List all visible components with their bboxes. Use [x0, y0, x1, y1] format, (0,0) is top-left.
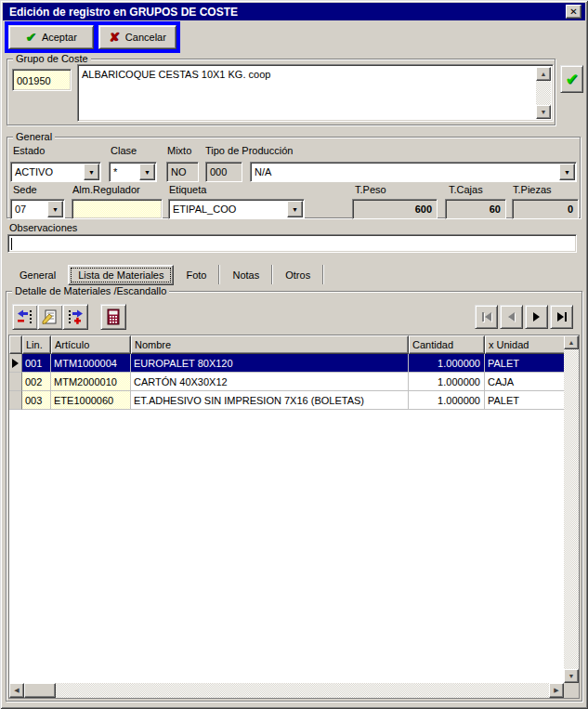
tab-foto[interactable]: Foto — [174, 267, 218, 283]
column-header-articulo[interactable]: Artículo — [51, 335, 131, 354]
edit-line-button[interactable] — [37, 304, 63, 330]
accept-label: Aceptar — [42, 32, 77, 43]
materials-grid: Lin. Artículo Nombre Cantidad x Unidad 0… — [8, 335, 580, 699]
remove-line-button[interactable] — [12, 304, 38, 330]
accept-button[interactable]: ✔ Aceptar — [8, 25, 94, 49]
tipo-produccion-combo[interactable]: N/A ▼ — [250, 162, 577, 182]
observaciones-label: Observaciones — [9, 222, 77, 233]
table-row[interactable]: 001MTM1000004EUROPALET 80X1201.000000PAL… — [9, 354, 579, 373]
chevron-down-icon[interactable]: ▼ — [287, 201, 303, 217]
cell-articulo[interactable]: MTM1000004 — [51, 354, 131, 373]
memo-scroll-track[interactable] — [536, 81, 551, 105]
clase-combo[interactable]: * ▼ — [109, 162, 157, 182]
cell-nombre[interactable]: EUROPALET 80X120 — [131, 354, 409, 373]
first-record-button[interactable] — [475, 305, 498, 329]
alm-regulador-value — [72, 200, 162, 204]
prev-record-button[interactable] — [500, 305, 523, 329]
grupo-coste-code: 001950 — [13, 70, 71, 86]
cell-lin[interactable]: 002 — [22, 373, 51, 391]
general-groupbox: General Estado ACTIVO ▼ Clase * ▼ Mixto … — [7, 137, 581, 218]
table-row[interactable]: 003ETE1000060ET.ADHESIVO SIN IMPRESION 7… — [9, 391, 579, 410]
close-button[interactable]: ✕ — [566, 5, 581, 19]
estado-combo[interactable]: ACTIVO ▼ — [10, 162, 101, 182]
row-indicator — [9, 373, 22, 391]
indicator-column-header — [9, 335, 22, 354]
title-bar[interactable]: Edición de registro en GRUPOS DE COSTE ✕ — [3, 3, 585, 20]
tab-general[interactable]: General — [7, 267, 68, 283]
last-record-icon — [557, 312, 564, 322]
window-title: Edición de registro en GRUPOS DE COSTE — [7, 6, 566, 19]
chevron-down-icon[interactable]: ▼ — [47, 201, 63, 217]
cancel-label: Cancelar — [125, 32, 166, 43]
t-cajas-field: 60 — [445, 199, 506, 219]
cell-articulo[interactable]: ETE1000060 — [51, 391, 131, 410]
cancel-button[interactable]: ✘ Cancelar — [98, 25, 176, 49]
action-toolbar: ✔ Aceptar ✘ Cancelar — [5, 21, 180, 53]
t-piezas-field: 0 — [512, 199, 579, 219]
etiqueta-combo[interactable]: ETIPAL_COO ▼ — [168, 199, 305, 219]
chevron-down-icon[interactable]: ▼ — [559, 164, 575, 180]
grupo-coste-description: ALBARICOQUE CESTAS 10X1 KG. coop — [78, 65, 553, 80]
sede-combo[interactable]: 07 ▼ — [10, 199, 65, 219]
table-row[interactable]: 002MTM2000010CARTÓN 40X30X121.000000CAJA — [9, 373, 579, 391]
column-header-cantidad[interactable]: Cantidad — [409, 335, 485, 354]
column-header-unidad[interactable]: x Unidad — [485, 335, 566, 354]
last-record-button[interactable] — [550, 305, 573, 329]
grupo-coste-legend: Grupo de Coste — [13, 53, 91, 64]
chevron-down-icon[interactable]: ▼ — [84, 164, 99, 180]
tab-strip: GeneralLista de MaterialesFotoNotasOtros — [7, 263, 581, 286]
cell-unidad[interactable]: CAJA — [485, 373, 566, 391]
next-record-button[interactable] — [525, 305, 548, 329]
next-record-icon — [533, 312, 540, 322]
tab-notas[interactable]: Notas — [220, 267, 271, 283]
grid-vertical-scrollbar[interactable]: ▲ ▼ — [564, 335, 579, 683]
tab-otros[interactable]: Otros — [273, 267, 322, 283]
cell-nombre[interactable]: CARTÓN 40X30X12 — [131, 373, 409, 391]
alm-regulador-field[interactable] — [72, 199, 163, 219]
text-caret — [11, 238, 12, 250]
confirm-group-button[interactable]: ✔ — [560, 65, 583, 93]
scroll-up-icon[interactable]: ▲ — [536, 67, 551, 81]
mixto-field: NO — [166, 162, 199, 182]
alm-regulador-label: Alm.Regulador — [72, 184, 140, 195]
cell-nombre[interactable]: ET.ADHESIVO SIN IMPRESION 7X16 (BOLETAS) — [131, 391, 409, 410]
chevron-down-icon[interactable]: ▼ — [139, 164, 155, 180]
cell-unidad[interactable]: PALET — [485, 354, 566, 373]
memo-scrollbar[interactable]: ▲ ▼ — [536, 67, 551, 119]
grid-hscroll-track[interactable] — [24, 683, 549, 698]
scroll-left-icon[interactable]: ◀ — [9, 683, 24, 698]
cell-articulo[interactable]: MTM2000010 — [51, 373, 131, 391]
hscroll-thumb[interactable] — [24, 683, 56, 698]
grupo-coste-groupbox: Grupo de Coste 001950 ALBARICOQUE CESTAS… — [7, 59, 555, 125]
add-line-button[interactable] — [62, 304, 88, 330]
scroll-down-icon[interactable]: ▼ — [536, 105, 551, 119]
cell-unidad[interactable]: PALET — [485, 391, 566, 410]
column-header-nombre[interactable]: Nombre — [131, 335, 409, 354]
tab-lista-de-materiales[interactable]: Lista de Materiales — [68, 265, 174, 285]
column-header-lin[interactable]: Lin. — [22, 335, 51, 354]
t-piezas-label: T.Piezas — [513, 184, 552, 195]
scroll-right-icon[interactable]: ▶ — [549, 683, 564, 698]
general-legend: General — [13, 131, 55, 142]
close-icon: ✕ — [569, 7, 577, 17]
grid-horizontal-scrollbar[interactable]: ◀ ▶ — [9, 683, 564, 698]
cell-lin[interactable]: 003 — [22, 391, 51, 410]
cell-cantidad[interactable]: 1.000000 — [409, 391, 485, 410]
grid-rows: 001MTM1000004EUROPALET 80X1201.000000PAL… — [9, 354, 579, 410]
observaciones-input[interactable] — [7, 234, 577, 253]
clase-label: Clase — [111, 145, 137, 156]
scrollbar-corner — [564, 683, 579, 698]
cell-lin[interactable]: 001 — [22, 354, 51, 373]
grid-vscroll-track[interactable] — [564, 349, 579, 669]
mixto-label: Mixto — [167, 145, 191, 156]
add-line-icon — [67, 309, 84, 325]
scroll-down-icon[interactable]: ▼ — [564, 669, 579, 683]
first-record-icon — [482, 312, 484, 322]
calculator-button[interactable] — [100, 304, 126, 330]
grupo-coste-description-memo[interactable]: ALBARICOQUE CESTAS 10X1 KG. coop ▲ ▼ — [77, 64, 554, 122]
grupo-coste-code-field[interactable]: 001950 — [12, 69, 72, 91]
materials-toolbar — [12, 304, 126, 330]
scroll-up-icon[interactable]: ▲ — [564, 335, 579, 349]
cell-cantidad[interactable]: 1.000000 — [409, 373, 485, 391]
cell-cantidad[interactable]: 1.000000 — [409, 354, 485, 373]
